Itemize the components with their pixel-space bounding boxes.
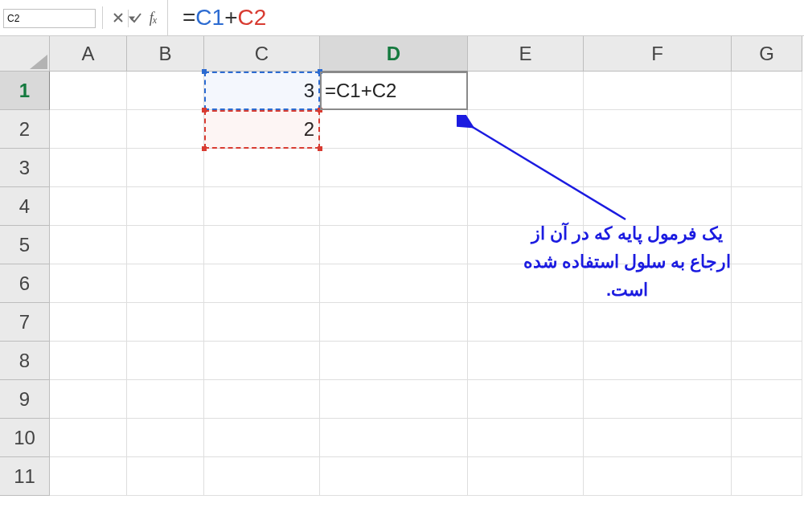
cell-d2[interactable] bbox=[320, 110, 468, 149]
cell-f9[interactable] bbox=[584, 380, 732, 419]
cell-d10[interactable] bbox=[320, 419, 468, 457]
column-header-a[interactable]: A bbox=[50, 36, 127, 72]
enter-icon[interactable] bbox=[127, 9, 145, 27]
cell-d7[interactable] bbox=[320, 303, 468, 342]
select-all-corner[interactable] bbox=[0, 36, 50, 72]
grid-row: 8 bbox=[0, 342, 804, 380]
column-header-e[interactable]: E bbox=[468, 36, 584, 72]
cell-c5[interactable] bbox=[204, 226, 320, 264]
cell-e2[interactable] bbox=[468, 110, 584, 149]
cell-d8[interactable] bbox=[320, 342, 468, 380]
cell-b11[interactable] bbox=[127, 457, 204, 496]
cell-e11[interactable] bbox=[468, 457, 584, 496]
cell-c7[interactable] bbox=[204, 303, 320, 342]
row-header-5[interactable]: 5 bbox=[0, 226, 50, 264]
cell-c2[interactable]: 2 bbox=[204, 110, 320, 149]
cell-d3[interactable] bbox=[320, 149, 468, 187]
cell-d5[interactable] bbox=[320, 226, 468, 264]
fx-icon[interactable]: fx bbox=[145, 9, 162, 27]
cell-c6[interactable] bbox=[204, 264, 320, 303]
cell-g4[interactable] bbox=[732, 187, 802, 226]
row-header-2[interactable]: 2 bbox=[0, 110, 50, 149]
cell-d11[interactable] bbox=[320, 457, 468, 496]
cell-e8[interactable] bbox=[468, 342, 584, 380]
cell-c11[interactable] bbox=[204, 457, 320, 496]
row-header-8[interactable]: 8 bbox=[0, 342, 50, 380]
cell-a4[interactable] bbox=[50, 187, 127, 226]
cell-b9[interactable] bbox=[127, 380, 204, 419]
name-box[interactable] bbox=[3, 9, 96, 28]
cell-a10[interactable] bbox=[50, 419, 127, 457]
cell-g1[interactable] bbox=[732, 72, 802, 110]
column-header-d[interactable]: D bbox=[320, 36, 468, 72]
cell-f11[interactable] bbox=[584, 457, 732, 496]
row-header-6[interactable]: 6 bbox=[0, 264, 50, 303]
cell-b2[interactable] bbox=[127, 110, 204, 149]
row-header-11[interactable]: 11 bbox=[0, 457, 50, 496]
cell-g6[interactable] bbox=[732, 264, 802, 303]
cell-b4[interactable] bbox=[127, 187, 204, 226]
cell-c10[interactable] bbox=[204, 419, 320, 457]
cell-f7[interactable] bbox=[584, 303, 732, 342]
cell-a9[interactable] bbox=[50, 380, 127, 419]
row-header-4[interactable]: 4 bbox=[0, 187, 50, 226]
row-header-1[interactable]: 1 bbox=[0, 72, 50, 110]
cell-g5[interactable] bbox=[732, 226, 802, 264]
cell-e1[interactable] bbox=[468, 72, 584, 110]
cell-a8[interactable] bbox=[50, 342, 127, 380]
cell-a7[interactable] bbox=[50, 303, 127, 342]
column-header-f[interactable]: F bbox=[584, 36, 732, 72]
row-header-10[interactable]: 10 bbox=[0, 419, 50, 457]
cell-g2[interactable] bbox=[732, 110, 802, 149]
column-header-g[interactable]: G bbox=[732, 36, 802, 72]
cell-e10[interactable] bbox=[468, 419, 584, 457]
column-header-row: A B C D E F G bbox=[0, 36, 804, 72]
cell-c8[interactable] bbox=[204, 342, 320, 380]
cell-f10[interactable] bbox=[584, 419, 732, 457]
cell-d9[interactable] bbox=[320, 380, 468, 419]
cell-d6[interactable] bbox=[320, 264, 468, 303]
cell-c3[interactable] bbox=[204, 149, 320, 187]
cell-g7[interactable] bbox=[732, 303, 802, 342]
cell-b3[interactable] bbox=[127, 149, 204, 187]
cell-g11[interactable] bbox=[732, 457, 802, 496]
cell-d4[interactable] bbox=[320, 187, 468, 226]
row-header-9[interactable]: 9 bbox=[0, 380, 50, 419]
row-header-3[interactable]: 3 bbox=[0, 149, 50, 187]
cell-f8[interactable] bbox=[584, 342, 732, 380]
cell-e9[interactable] bbox=[468, 380, 584, 419]
cancel-icon[interactable] bbox=[109, 9, 127, 27]
cell-b6[interactable] bbox=[127, 264, 204, 303]
cell-b7[interactable] bbox=[127, 303, 204, 342]
cell-g10[interactable] bbox=[732, 419, 802, 457]
column-header-b[interactable]: B bbox=[127, 36, 204, 72]
cell-e7[interactable] bbox=[468, 303, 584, 342]
cell-g9[interactable] bbox=[732, 380, 802, 419]
cell-b8[interactable] bbox=[127, 342, 204, 380]
cell-a5[interactable] bbox=[50, 226, 127, 264]
cell-b5[interactable] bbox=[127, 226, 204, 264]
grid-row: 3 bbox=[0, 149, 804, 187]
column-header-c[interactable]: C bbox=[204, 36, 320, 72]
cell-c4[interactable] bbox=[204, 187, 320, 226]
cell-a6[interactable] bbox=[50, 264, 127, 303]
cell-a3[interactable] bbox=[50, 149, 127, 187]
row-header-7[interactable]: 7 bbox=[0, 303, 50, 342]
cell-b10[interactable] bbox=[127, 419, 204, 457]
cell-g3[interactable] bbox=[732, 149, 802, 187]
cell-a1[interactable] bbox=[50, 72, 127, 110]
cell-a2[interactable] bbox=[50, 110, 127, 149]
cell-g8[interactable] bbox=[732, 342, 802, 380]
formula-bar: fx =C1+C2 bbox=[0, 0, 804, 36]
formula-input[interactable]: =C1+C2 bbox=[173, 0, 804, 35]
cell-f3[interactable] bbox=[584, 149, 732, 187]
cell-d1[interactable]: =C1+C2 bbox=[320, 72, 468, 110]
cell-f1[interactable] bbox=[584, 72, 732, 110]
cell-c9[interactable] bbox=[204, 380, 320, 419]
cell-a11[interactable] bbox=[50, 457, 127, 496]
cell-e3[interactable] bbox=[468, 149, 584, 187]
spreadsheet-grid: A B C D E F G 1 3 =C1+C2 2 2 3 4 5 bbox=[0, 36, 804, 496]
cell-c1[interactable]: 3 bbox=[204, 72, 320, 110]
cell-b1[interactable] bbox=[127, 72, 204, 110]
cell-f2[interactable] bbox=[584, 110, 732, 149]
